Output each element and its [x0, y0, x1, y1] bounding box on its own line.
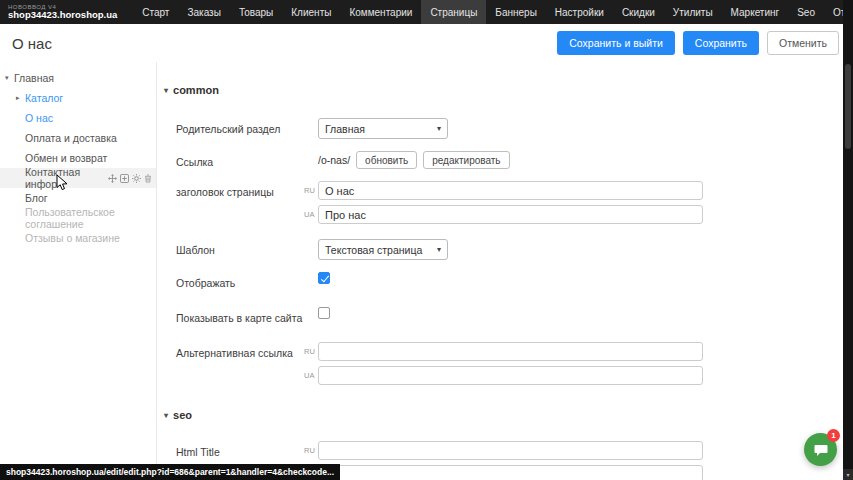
html-title-ua-input[interactable] [318, 465, 703, 480]
gear-icon[interactable] [132, 174, 141, 183]
chat-unread-badge: 1 [827, 429, 840, 442]
section-seo-header[interactable]: ▾ seo [164, 409, 843, 421]
sidebar-item-label: О нас [25, 112, 53, 124]
link-value: /o-nas/ [318, 154, 350, 166]
chat-bubble-icon [813, 442, 829, 458]
chevron-down-icon: ▾ [437, 124, 441, 133]
menu-item-orders[interactable]: Заказы [178, 0, 229, 24]
display-label: Отображать [176, 272, 304, 290]
menu-item-marketing[interactable]: Маркетинг [722, 0, 789, 24]
menu-item-utilities[interactable]: Утилиты [664, 0, 722, 24]
menu-item-products[interactable]: Товары [230, 0, 282, 24]
sitemap-checkbox[interactable] [318, 307, 330, 319]
sidebar-item-label: Каталог [25, 92, 63, 104]
alt-link-label: Альтернативная ссылка [176, 342, 304, 385]
menu-item-settings[interactable]: Настройки [546, 0, 613, 24]
sidebar-item-label: Отзывы о магазине [25, 232, 120, 244]
shop-domain: shop34423.horoshop.ua [8, 10, 117, 20]
sidebar-item-label: Обмен и возврат [25, 152, 107, 164]
parent-section-value: Главная [325, 123, 365, 135]
chevron-right-icon: ▸ [16, 94, 20, 102]
page-header: О нас Сохранить и выйти Сохранить Отмени… [0, 24, 843, 62]
chevron-down-icon: ▾ [5, 74, 9, 82]
page-title-ru-input[interactable] [318, 181, 703, 200]
sidebar-item-otzyvy[interactable]: Отзывы о магазине [0, 228, 156, 248]
sidebar-item-label: Главная [14, 72, 54, 84]
sidebar-item-obmen-i-vozvrat[interactable]: Обмен и возврат [0, 148, 156, 168]
link-label: Ссылка [176, 151, 304, 169]
page-edit-form: ▾ common Родительский раздел Главная ▾ С… [158, 62, 843, 480]
lang-ru-tag: RU [304, 186, 315, 195]
sidebar-item-o-nas[interactable]: О нас [0, 108, 156, 128]
sidebar-item-glavnaya[interactable]: ▾ Главная [0, 68, 156, 88]
sidebar-item-label: Контактная инфор [25, 166, 108, 190]
menu-item-start[interactable]: Старт [133, 0, 178, 24]
sidebar-item-label: Оплата и доставка [25, 132, 117, 144]
chat-widget-button[interactable]: 1 [804, 433, 837, 466]
page-scrollbar[interactable]: ▾ [843, 0, 853, 480]
page-title: О нас [12, 35, 52, 52]
trash-icon[interactable] [144, 174, 152, 183]
scrollbar-thumb[interactable] [845, 64, 851, 149]
parent-section-label: Родительский раздел [176, 118, 304, 139]
cancel-button[interactable]: Отменить [767, 31, 839, 55]
menu-item-clients[interactable]: Клиенты [282, 0, 340, 24]
html-title-label-text: Html Title [176, 446, 220, 458]
move-icon[interactable] [108, 174, 117, 183]
chevron-down-icon: ▾ [164, 411, 168, 420]
browser-status-bar: shop34423.horoshop.ua/edit/edit.php?id=6… [0, 464, 340, 480]
scroll-down-arrow-icon[interactable]: ▾ [843, 469, 853, 480]
section-common-header[interactable]: ▾ common [164, 84, 843, 96]
section-common-label: common [173, 84, 219, 96]
lang-ua-tag: UA [304, 210, 315, 219]
alt-link-ua-input[interactable] [318, 366, 703, 385]
parent-section-select[interactable]: Главная ▾ [318, 118, 448, 139]
topbar: НОВОВВОД V4 shop34423.horoshop.ua Старт … [0, 0, 853, 24]
chevron-down-icon: ▾ [437, 245, 441, 254]
sidebar-item-katalog[interactable]: ▸ Каталог [0, 88, 156, 108]
menu-item-pages[interactable]: Страницы [421, 0, 486, 24]
sidebar-item-soglashenie[interactable]: Пользовательское соглашение [0, 208, 156, 228]
sidebar-item-label: Пользовательское соглашение [25, 206, 152, 230]
display-checkbox[interactable] [318, 272, 330, 284]
section-seo-label: seo [173, 409, 192, 421]
menu-item-banners[interactable]: Баннеры [486, 0, 545, 24]
lang-ua-tag: UA [304, 371, 315, 380]
chevron-down-icon: ▾ [164, 86, 168, 95]
page-title-ua-input[interactable] [318, 205, 703, 224]
lang-ru-tag: RU [304, 446, 315, 455]
save-and-exit-button[interactable]: Сохранить и выйти [557, 31, 675, 55]
template-label: Шаблон [176, 239, 304, 260]
template-select[interactable]: Текстовая страница ▾ [318, 239, 448, 260]
sidebar-item-label: Блог [25, 192, 48, 204]
save-button[interactable]: Сохранить [683, 31, 759, 55]
main-menu: Старт Заказы Товары Клиенты Комментарии … [133, 0, 853, 24]
menu-item-discounts[interactable]: Скидки [613, 0, 664, 24]
sidebar-item-oplata-i-dostavka[interactable]: Оплата и доставка [0, 128, 156, 148]
sidebar-item-kontaktnaya-informaciya[interactable]: Контактная инфор [0, 168, 156, 188]
sitemap-label: Показывать в карте сайта [176, 307, 304, 325]
menu-item-comments[interactable]: Комментарии [340, 0, 421, 24]
add-page-icon[interactable] [120, 174, 129, 183]
page-title-label: заголовок страницы [176, 181, 304, 224]
menu-item-seo[interactable]: Seo [788, 0, 824, 24]
lang-ru-tag: RU [304, 347, 315, 356]
refresh-link-button[interactable]: обновить [356, 151, 417, 169]
shop-brand[interactable]: НОВОВВОД V4 shop34423.horoshop.ua [0, 4, 133, 20]
pages-tree-sidebar: ▾ Главная ▸ Каталог О нас Оплата и доста… [0, 62, 157, 480]
template-value: Текстовая страница [325, 244, 422, 256]
html-title-ru-input[interactable] [318, 441, 703, 460]
alt-link-ru-input[interactable] [318, 342, 703, 361]
sidebar-item-blog[interactable]: Блог [0, 188, 156, 208]
edit-link-button[interactable]: редактировать [423, 151, 509, 169]
